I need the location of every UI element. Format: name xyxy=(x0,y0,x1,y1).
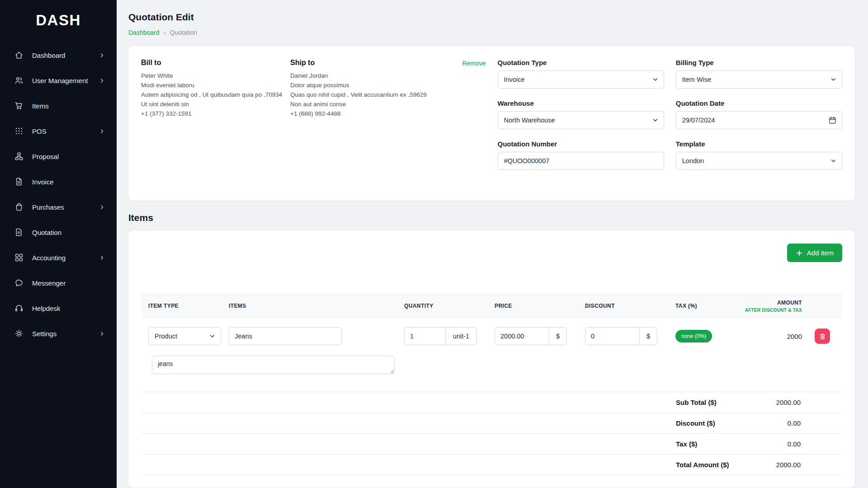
template-label: Template xyxy=(676,140,842,148)
sidebar-item-accounting[interactable]: Accounting xyxy=(0,245,117,270)
main-content: Quotation Edit Dashboard › Quotation Bil… xyxy=(117,0,868,488)
quotation-date-field: Quotation Date xyxy=(676,99,842,129)
sidebar-item-label: POS xyxy=(32,127,47,135)
sidebar-item-messenger[interactable]: Messenger xyxy=(0,270,117,296)
currency-addon: $ xyxy=(639,327,657,345)
items-table-header: ITEM TYPE ITEMS QUANTITY PRICE DISCOUNT … xyxy=(141,294,842,318)
add-item-button[interactable]: Add item xyxy=(787,244,842,262)
total-row: Total Amount ($) 2000.00 xyxy=(141,454,842,475)
total-value: 2000.00 xyxy=(776,461,801,469)
sidebar-nav: Dashboard User Management Items POS Prop… xyxy=(0,42,117,346)
breadcrumb-separator-icon: › xyxy=(164,28,166,36)
squares-icon xyxy=(14,253,24,262)
quotation-date-input[interactable] xyxy=(676,111,842,129)
item-name-input[interactable] xyxy=(229,327,342,345)
tax-badge[interactable]: none (0%) xyxy=(675,330,712,343)
address-line: Modi eveniet laboru xyxy=(141,80,290,90)
subtotal-row: Sub Total ($) 2000.00 xyxy=(141,392,842,413)
col-item-type: ITEM TYPE xyxy=(141,303,222,309)
add-item-label: Add item xyxy=(807,249,834,257)
chat-icon xyxy=(14,278,24,287)
total-label: Total Amount ($) xyxy=(676,461,729,469)
ship-to-block: Ship to Daniel Jordan Dolor atque possim… xyxy=(290,59,462,188)
item-row: Product unit-1 xyxy=(141,318,842,345)
sidebar-item-quotation[interactable]: Quotation xyxy=(0,220,117,245)
discount-row: Discount ($) 0.00 xyxy=(141,413,842,433)
quotation-details-card: Bill to Peter White Modi eveniet laboru … xyxy=(128,46,855,201)
address-line: +1 (688) 992-4488 xyxy=(290,109,462,118)
sidebar: DASH Dashboard User Management Items POS xyxy=(0,0,117,488)
address-line: Quas quo nihil cupid , Velit accusantium… xyxy=(290,90,462,99)
quotation-date-label: Quotation Date xyxy=(676,99,842,107)
items-table: ITEM TYPE ITEMS QUANTITY PRICE DISCOUNT … xyxy=(141,294,842,376)
col-quantity: QUANTITY xyxy=(397,303,487,309)
trash-icon xyxy=(819,333,826,340)
template-select[interactable]: London xyxy=(676,152,842,170)
quotation-form: Quotation Type Invoice Billing Type Item… xyxy=(498,59,843,188)
cart-icon xyxy=(14,101,24,110)
sidebar-item-settings[interactable]: Settings xyxy=(0,321,117,346)
sidebar-item-invoice[interactable]: Invoice xyxy=(0,169,117,194)
breadcrumb: Dashboard › Quotation xyxy=(128,28,855,36)
org-chart-icon xyxy=(14,152,24,161)
brand-logo[interactable]: DASH xyxy=(0,10,117,31)
sidebar-item-pos[interactable]: POS xyxy=(0,118,117,144)
item-type-select[interactable]: Product xyxy=(148,327,221,345)
sidebar-item-label: Helpdesk xyxy=(32,305,61,312)
chevron-right-icon xyxy=(99,204,105,210)
sidebar-item-user-management[interactable]: User Management xyxy=(0,68,117,93)
addresses-block: Bill to Peter White Modi eveniet laboru … xyxy=(141,59,486,188)
sidebar-item-label: User Management xyxy=(32,77,88,84)
users-icon xyxy=(14,76,24,85)
bill-to-block: Bill to Peter White Modi eveniet laboru … xyxy=(141,59,290,188)
quantity-input[interactable] xyxy=(404,327,445,345)
warehouse-select[interactable]: North Warehouse xyxy=(498,111,664,129)
amount-note: AFTER DISCOUNT & TAX xyxy=(743,308,802,313)
row-amount: 2000 xyxy=(743,333,813,340)
sidebar-item-items[interactable]: Items xyxy=(0,93,117,118)
billing-type-label: Billing Type xyxy=(676,59,842,66)
sidebar-item-helpdesk[interactable]: Helpdesk xyxy=(0,296,117,321)
discount-label: Discount ($) xyxy=(676,419,715,427)
template-field: Template London xyxy=(676,140,842,170)
warehouse-field: Warehouse North Warehouse xyxy=(498,99,664,129)
sidebar-item-purchases[interactable]: Purchases xyxy=(0,194,117,220)
headset-icon xyxy=(14,304,24,313)
col-price: PRICE xyxy=(487,303,578,309)
chevron-right-icon xyxy=(99,52,105,58)
sidebar-item-proposal[interactable]: Proposal xyxy=(0,144,117,169)
home-icon xyxy=(14,51,24,60)
sidebar-item-label: Dashboard xyxy=(32,52,65,59)
billing-type-select[interactable]: Item Wise xyxy=(676,70,842,89)
delete-item-button[interactable] xyxy=(815,328,830,344)
address-line: Daniel Jordan xyxy=(290,71,462,80)
app-root: DASH Dashboard User Management Items POS xyxy=(0,0,868,488)
chevron-right-icon xyxy=(99,78,105,84)
items-card: Add item ITEM TYPE ITEMS QUANTITY PRICE … xyxy=(128,231,855,488)
tax-label: Tax ($) xyxy=(676,440,697,448)
gear-icon xyxy=(14,329,24,338)
breadcrumb-current: Quotation xyxy=(170,29,198,36)
quotation-number-input[interactable] xyxy=(498,152,664,170)
quotation-number-field: Quotation Number xyxy=(498,140,664,170)
totals-summary: Sub Total ($) 2000.00 Discount ($) 0.00 … xyxy=(141,392,842,475)
remove-link[interactable]: Remove xyxy=(462,60,486,188)
subtotal-value: 2000.00 xyxy=(776,399,801,406)
sidebar-item-label: Invoice xyxy=(32,178,54,186)
chevron-right-icon xyxy=(99,128,105,134)
sidebar-item-label: Purchases xyxy=(32,203,64,211)
address-line: Dolor atque possimus xyxy=(290,80,462,90)
breadcrumb-dashboard-link[interactable]: Dashboard xyxy=(128,29,160,36)
warehouse-label: Warehouse xyxy=(498,99,664,107)
col-items: ITEMS xyxy=(222,303,397,309)
sidebar-item-dashboard[interactable]: Dashboard xyxy=(0,42,117,68)
sidebar-item-label: Proposal xyxy=(32,153,59,160)
bag-icon xyxy=(14,202,24,211)
price-input[interactable] xyxy=(495,327,549,345)
subtotal-label: Sub Total ($) xyxy=(676,399,717,406)
quotation-type-select[interactable]: Invoice xyxy=(498,70,664,89)
col-tax: TAX (%) xyxy=(668,303,743,309)
address-line: +1 (377) 332-1591 xyxy=(141,109,290,118)
discount-input[interactable] xyxy=(585,327,639,345)
item-description-textarea[interactable]: jeans xyxy=(152,356,395,374)
